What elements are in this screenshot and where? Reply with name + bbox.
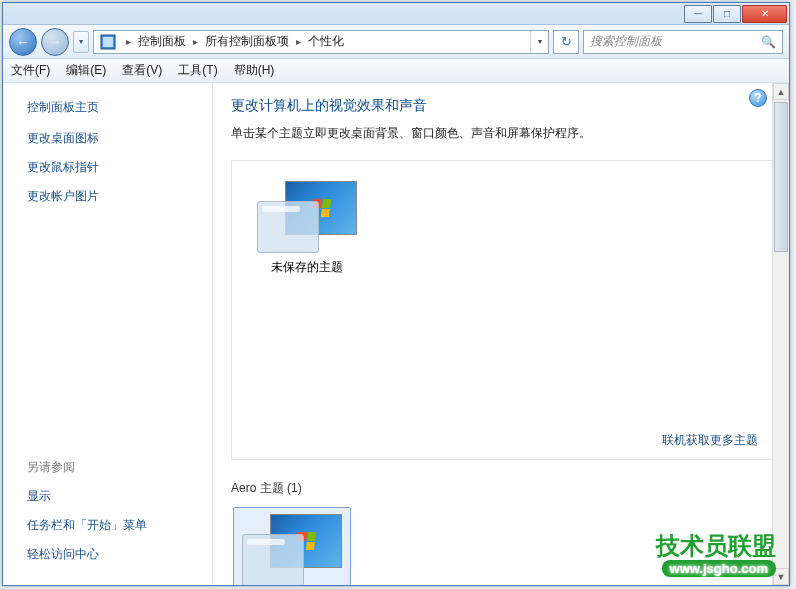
help-icon[interactable]: ? <box>749 89 767 107</box>
sidebar-home-link[interactable]: 控制面板主页 <box>27 99 198 116</box>
menu-file[interactable]: 文件(F) <box>11 62 50 79</box>
aero-section-label: Aero 主题 (1) <box>231 480 777 497</box>
maximize-button[interactable]: □ <box>713 5 741 23</box>
theme-unsaved[interactable]: 未保存的主题 <box>248 175 366 282</box>
svg-rect-1 <box>103 37 113 47</box>
theme-thumbnail <box>257 181 357 253</box>
search-input[interactable]: 搜索控制面板 🔍 <box>583 30 783 54</box>
sidebar-link-account-picture[interactable]: 更改帐户图片 <box>27 188 198 205</box>
sidebar-link-ease-of-access[interactable]: 轻松访问中心 <box>27 546 198 563</box>
body: 控制面板主页 更改桌面图标 更改鼠标指针 更改帐户图片 另请参阅 显示 任务栏和… <box>3 83 789 585</box>
menu-bar: 文件(F) 编辑(E) 查看(V) 工具(T) 帮助(H) <box>3 59 789 83</box>
breadcrumb-item[interactable]: 个性化 <box>305 33 347 50</box>
theme-area: 未保存的主题 联机获取更多主题 <box>231 160 777 460</box>
refresh-button[interactable]: ↻ <box>553 30 579 54</box>
scroll-thumb[interactable] <box>774 102 788 252</box>
search-icon: 🔍 <box>761 35 776 49</box>
control-panel-icon <box>98 32 118 52</box>
page-heading: 更改计算机上的视觉效果和声音 <box>231 97 777 115</box>
theme-windows7[interactable]: Windows 7 <box>233 507 351 585</box>
page-description: 单击某个主题立即更改桌面背景、窗口颜色、声音和屏幕保护程序。 <box>231 125 777 142</box>
sidebar-link-desktop-icons[interactable]: 更改桌面图标 <box>27 130 198 147</box>
menu-help[interactable]: 帮助(H) <box>234 62 275 79</box>
sidebar: 控制面板主页 更改桌面图标 更改鼠标指针 更改帐户图片 另请参阅 显示 任务栏和… <box>3 83 213 585</box>
see-also-label: 另请参阅 <box>27 459 198 476</box>
back-button[interactable]: ← <box>9 28 37 56</box>
chevron-right-icon: ▸ <box>189 36 202 47</box>
nav-history-dropdown[interactable]: ▾ <box>73 31 89 53</box>
online-themes-link[interactable]: 联机获取更多主题 <box>662 432 758 449</box>
sidebar-link-display[interactable]: 显示 <box>27 488 198 505</box>
menu-view[interactable]: 查看(V) <box>122 62 162 79</box>
scrollbar[interactable]: ▲ ▼ <box>772 83 789 585</box>
address-dropdown[interactable]: ▾ <box>530 31 548 53</box>
menu-tools[interactable]: 工具(T) <box>178 62 217 79</box>
menu-edit[interactable]: 编辑(E) <box>66 62 106 79</box>
search-placeholder: 搜索控制面板 <box>590 33 662 50</box>
breadcrumb-item[interactable]: 控制面板 <box>135 33 189 50</box>
forward-button[interactable]: → <box>41 28 69 56</box>
nav-bar: ← → ▾ ▸ 控制面板 ▸ 所有控制面板项 ▸ 个性化 ▾ ↻ 搜索控制面板 … <box>3 25 789 59</box>
theme-thumbnail <box>242 514 342 585</box>
scroll-up-button[interactable]: ▲ <box>773 83 789 100</box>
sidebar-link-mouse-pointers[interactable]: 更改鼠标指针 <box>27 159 198 176</box>
theme-label: 未保存的主题 <box>271 259 343 276</box>
titlebar: ─ □ ✕ <box>3 3 789 25</box>
minimize-button[interactable]: ─ <box>684 5 712 23</box>
content-pane: ? 更改计算机上的视觉效果和声音 单击某个主题立即更改桌面背景、窗口颜色、声音和… <box>213 83 789 585</box>
sidebar-link-taskbar[interactable]: 任务栏和「开始」菜单 <box>27 517 198 534</box>
window: ─ □ ✕ ← → ▾ ▸ 控制面板 ▸ 所有控制面板项 ▸ 个性化 ▾ ↻ 搜… <box>2 2 790 586</box>
content-inner: 更改计算机上的视觉效果和声音 单击某个主题立即更改桌面背景、窗口颜色、声音和屏幕… <box>213 83 789 585</box>
breadcrumb-item[interactable]: 所有控制面板项 <box>202 33 292 50</box>
chevron-right-icon: ▸ <box>292 36 305 47</box>
address-bar[interactable]: ▸ 控制面板 ▸ 所有控制面板项 ▸ 个性化 ▾ <box>93 30 549 54</box>
close-button[interactable]: ✕ <box>742 5 787 23</box>
aero-theme-area: Windows 7 <box>231 507 777 585</box>
chevron-right-icon: ▸ <box>122 36 135 47</box>
scroll-down-button[interactable]: ▼ <box>773 568 789 585</box>
scroll-track[interactable] <box>773 100 789 568</box>
spacer <box>27 217 198 459</box>
